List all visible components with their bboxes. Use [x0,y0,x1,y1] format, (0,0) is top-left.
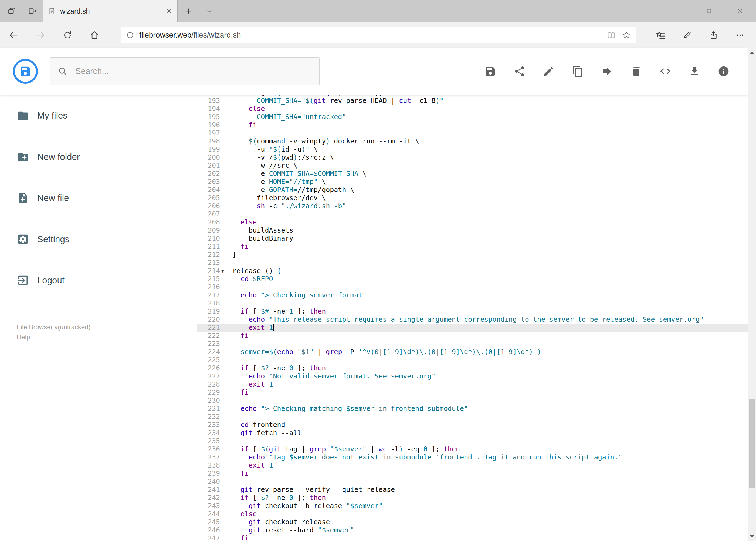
code-line-243[interactable]: 243 git checkout -b release "$semver" [197,502,748,510]
scroll-down-arrow-icon[interactable] [750,535,754,538]
save-button[interactable] [484,65,496,77]
code-line-210[interactable]: 210 buildBinary [197,235,748,243]
sidebar-item-new-folder[interactable]: New folder [0,136,197,178]
code-line-215[interactable]: 215 cd $REPO [197,275,748,283]
code-line-232[interactable]: 232 [197,413,748,421]
home-button[interactable] [81,22,108,48]
code-line-228[interactable]: 228 exit 1 [197,380,748,388]
code-line-247[interactable]: 247 fi [197,534,748,541]
code-line-227[interactable]: 227 echo "Not valid semver format. See s… [197,372,748,380]
code-line-241[interactable]: 241 git rev-parse --verify --quiet relea… [197,486,748,494]
copy-button[interactable] [572,65,584,77]
code-line-222[interactable]: 222 fi [197,332,748,340]
tab-list-chevron-icon[interactable] [199,0,220,22]
rename-button[interactable] [543,65,555,77]
forward-button[interactable] [27,22,54,48]
code-line-208[interactable]: 208 else [197,218,748,226]
code-line-235[interactable]: 235 [197,437,748,445]
search-box[interactable] [50,57,320,85]
site-info-icon[interactable] [126,31,134,39]
code-line-197[interactable]: 197 [197,129,748,137]
info-button[interactable] [718,65,730,77]
code-line-240[interactable]: 240 [197,477,748,486]
web-note-pen-icon[interactable] [674,22,700,48]
code-line-207[interactable]: 207 [197,210,748,218]
vertical-scrollbar[interactable] [748,48,756,541]
code-line-226[interactable]: 226 if [ $? -ne 0 ]; then [197,364,748,372]
code-line-245[interactable]: 245 git checkout release [197,518,748,526]
close-button[interactable] [725,0,756,22]
code-line-198[interactable]: 198 $(command -v winpty) docker run --rm… [197,137,748,145]
code-line-234[interactable]: 234 git fetch --all [197,429,748,437]
help-link[interactable]: Help [17,332,197,342]
browser-tab[interactable]: wizard.sh [43,0,177,22]
set-tabs-aside-icon[interactable] [22,0,43,22]
code-line-220[interactable]: 220 echo "This release script requires a… [197,315,748,323]
code-editor[interactable]: 192 if [ "$(command -v git)" != "" ]; th… [197,95,748,541]
code-line-237[interactable]: 237 echo "Tag $semver does not exist in … [197,453,748,461]
code-line-199[interactable]: 199 -u "$(id -u)" \ [197,145,748,154]
share-button[interactable] [514,65,526,77]
code-line-200[interactable]: 200 -v /$(pwd):/src:z \ [197,154,748,162]
code-line-244[interactable]: 244 else [197,510,748,518]
code-line-223[interactable]: 223 [197,340,748,348]
code-line-211[interactable]: 211 fi [197,243,748,251]
delete-button[interactable] [630,65,642,77]
code-line-229[interactable]: 229 fi [197,388,748,396]
code-line-238[interactable]: 238 exit 1 [197,461,748,469]
code-line-225[interactable]: 225 [197,356,748,364]
search-input[interactable] [75,66,312,76]
fold-marker-icon[interactable]: ▾ [221,267,224,275]
code-line-231[interactable]: 231 echo "> Checking matching $semver in… [197,405,748,413]
minimize-button[interactable] [662,0,693,22]
tab-preview-icon[interactable] [2,0,22,22]
code-line-233[interactable]: 233 cd frontend [197,421,748,429]
favorites-hub-icon[interactable] [647,22,674,48]
code-line-230[interactable]: 230 [197,396,748,405]
code-line-196[interactable]: 196 fi [197,121,748,129]
favorite-star-icon[interactable] [622,31,631,40]
code-line-202[interactable]: 202 -e COMMIT_SHA=$COMMIT_SHA \ [197,170,748,178]
code-line-239[interactable]: 239 fi [197,469,748,477]
code-line-219[interactable]: 219 if [ $# -ne 1 ]; then [197,307,748,315]
code-line-224[interactable]: 224 semver=$(echo "$1" | grep -P '^v(0|[… [197,348,748,356]
raw-code-button[interactable] [659,65,671,77]
code-line-203[interactable]: 203 -e HOME="//tmp" \ [197,178,748,186]
address-bar[interactable]: filebrowser.web/files/wizard.sh [121,27,636,44]
back-button[interactable] [0,22,27,48]
code-line-242[interactable]: 242 if [ $? -ne 0 ]; then [197,494,748,502]
code-line-204[interactable]: 204 -e GOPATH=//tmp/gopath \ [197,186,748,194]
sidebar-item-logout[interactable]: Logout [0,260,197,301]
code-line-206[interactable]: 206 sh -c "./wizard.sh -b" [197,202,748,210]
code-line-246[interactable]: 246 git reset --hard "$semver" [197,526,748,534]
code-line-216[interactable]: 216 [197,283,748,291]
code-line-218[interactable]: 218 [197,299,748,307]
move-button[interactable] [601,65,613,77]
share-icon[interactable] [700,22,727,48]
code-line-201[interactable]: 201 -w //src \ [197,162,748,170]
filebrowser-logo-icon[interactable] [13,59,38,84]
code-line-193[interactable]: 193 COMMIT_SHA="$(git rev-parse HEAD | c… [197,97,748,105]
scroll-up-arrow-icon[interactable] [750,51,754,54]
download-button[interactable] [688,65,700,77]
sidebar-item-settings[interactable]: Settings [0,219,197,260]
refresh-button[interactable] [54,22,81,48]
scrollbar-thumb[interactable] [749,399,755,488]
code-line-214[interactable]: 214▾release () { [197,267,748,275]
code-line-192[interactable]: 192 if [ "$(command -v git)" != "" ]; th… [197,95,748,97]
code-line-194[interactable]: 194 else [197,105,748,113]
tab-close-icon[interactable] [165,8,172,15]
sidebar-item-new-file[interactable]: New file [0,178,197,219]
code-line-217[interactable]: 217 echo "> Checking semver format" [197,291,748,299]
code-line-221[interactable]: 221 exit 1 [197,323,748,332]
reading-view-icon[interactable] [607,31,616,40]
code-line-209[interactable]: 209 buildAssets [197,226,748,235]
sidebar-item-my-files[interactable]: My files [0,95,197,136]
maximize-button[interactable] [693,0,725,22]
code-line-212[interactable]: 212} [197,251,748,259]
new-tab-button[interactable] [177,0,199,22]
code-line-213[interactable]: 213 [197,259,748,267]
code-line-195[interactable]: 195 COMMIT_SHA="untracked" [197,113,748,121]
code-line-205[interactable]: 205 filebrowser/dev \ [197,194,748,202]
code-line-236[interactable]: 236 if [ $(git tag | grep "$semver" | wc… [197,445,748,453]
